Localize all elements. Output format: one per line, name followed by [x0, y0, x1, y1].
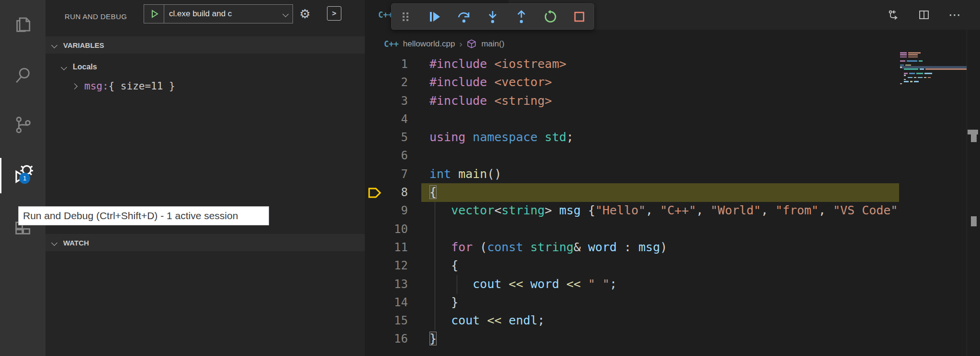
token	[523, 240, 530, 254]
token: cout	[473, 277, 501, 291]
minimap-token	[900, 67, 902, 68]
code-line[interactable]: 13 cout << word << " ";	[365, 275, 899, 293]
code-line[interactable]: 16}	[365, 330, 899, 348]
variables-section-header[interactable]: VARIABLES	[45, 36, 365, 54]
token	[429, 240, 451, 254]
step-into-button[interactable]	[485, 9, 500, 24]
token: (	[473, 240, 487, 254]
code-line[interactable]: 12 {	[365, 256, 899, 275]
code-line[interactable]: 7int main()	[365, 165, 899, 183]
split-editor-icon[interactable]	[914, 0, 934, 30]
code-line[interactable]: 15 cout << endl;	[365, 312, 899, 330]
token: word	[530, 277, 559, 291]
line-number[interactable]: 8	[365, 183, 408, 201]
minimap-token	[924, 77, 926, 78]
token	[429, 277, 473, 291]
token: <<	[566, 277, 581, 291]
breadcrumb: C++ helloworld.cpp › main()	[384, 33, 505, 55]
step-over-button[interactable]	[456, 9, 472, 24]
locals-scope-row[interactable]: Locals	[45, 58, 365, 76]
code-tokens: }	[429, 330, 437, 348]
gear-icon[interactable]: ⚙	[297, 6, 313, 22]
chevron-down-icon	[51, 240, 57, 246]
chevron-right-icon	[71, 83, 78, 89]
line-number[interactable]: 2	[365, 73, 408, 91]
watch-section-label: WATCH	[63, 239, 89, 247]
minimap-line	[904, 68, 968, 70]
line-number[interactable]: 13	[365, 275, 408, 293]
line-number[interactable]: 15	[365, 312, 408, 330]
minimap-line	[900, 60, 924, 62]
breadcrumb-file[interactable]: helloworld.cpp	[403, 39, 455, 49]
minimap-token	[928, 77, 931, 78]
minimap-token	[908, 54, 918, 56]
code-tokens: cout << endl;	[429, 312, 545, 330]
line-number[interactable]: 14	[365, 293, 408, 312]
minimap[interactable]	[900, 52, 967, 95]
token	[487, 57, 494, 71]
token: ,	[696, 203, 710, 217]
search-icon[interactable]	[0, 59, 45, 91]
swap-icon[interactable]	[884, 0, 903, 30]
restart-button[interactable]	[543, 9, 558, 24]
token: #include	[429, 57, 487, 71]
code-area[interactable]: 1#include <iostream>2#include <vector>3#…	[365, 55, 980, 356]
line-number[interactable]: 7	[365, 165, 408, 183]
line-number[interactable]: 5	[365, 128, 408, 146]
start-debug-button[interactable]	[144, 5, 164, 23]
code-line[interactable]: 11 for (const string& word : msg)	[365, 238, 899, 256]
minimap-token	[900, 56, 907, 58]
code-line[interactable]: 10	[365, 220, 899, 238]
token	[429, 203, 451, 217]
code-line[interactable]: 8{	[365, 183, 899, 201]
minimap-line	[904, 81, 920, 82]
code-tokens: #include <vector>	[429, 73, 552, 91]
step-out-button[interactable]	[514, 9, 529, 24]
code-line[interactable]: 3#include <string>	[365, 92, 899, 110]
line-number[interactable]: 16	[365, 330, 408, 348]
code-line[interactable]: 5using namespace std;	[365, 128, 899, 146]
minimap-token	[900, 83, 902, 85]
minimap-token	[904, 73, 908, 74]
line-number[interactable]: 10	[365, 220, 408, 238]
stop-button[interactable]	[572, 9, 587, 24]
token: const	[487, 240, 523, 254]
token: &	[574, 240, 588, 254]
line-number[interactable]: 3	[365, 92, 408, 110]
minimap-token	[907, 60, 917, 62]
scrollbar-marker	[971, 216, 977, 226]
token: vector	[451, 203, 494, 217]
line-number[interactable]: 4	[365, 110, 408, 128]
line-number[interactable]: 6	[365, 146, 408, 165]
token	[451, 167, 458, 181]
continue-button[interactable]	[427, 9, 442, 24]
line-number[interactable]: 9	[365, 201, 408, 220]
watch-section-header[interactable]: WATCH	[45, 234, 365, 251]
toolbar-gripper[interactable]	[398, 9, 414, 24]
token: ;	[566, 130, 574, 144]
scrollbar-marker	[971, 134, 977, 142]
debug-console-icon[interactable]: >	[327, 6, 341, 21]
more-actions-icon[interactable]: ⋯	[945, 0, 964, 30]
code-line[interactable]: 9 vector<string> msg {"Hello", "C++", "W…	[365, 201, 899, 220]
line-number[interactable]: 1	[365, 55, 408, 73]
debug-config-dropdown[interactable]: cl.exe build and c	[144, 4, 293, 23]
code-line[interactable]: 6	[365, 146, 899, 165]
code-line[interactable]: 2#include <vector>	[365, 73, 899, 91]
code-line[interactable]: 4	[365, 110, 899, 128]
minimap-line	[900, 52, 922, 54]
code-tokens: int main()	[429, 165, 502, 183]
variable-row[interactable]: msg: { size=11 }	[45, 78, 365, 95]
line-number[interactable]: 11	[365, 238, 408, 256]
source-control-icon[interactable]	[0, 109, 45, 141]
minimap-token	[914, 81, 919, 82]
line-number[interactable]: 12	[365, 256, 408, 275]
breadcrumb-symbol[interactable]: main()	[481, 39, 504, 49]
code-line[interactable]: 1#include <iostream>	[365, 55, 899, 73]
code-tokens: using namespace std;	[429, 128, 574, 146]
code-tokens: cout << word << " ";	[429, 275, 617, 293]
token: <	[494, 203, 501, 217]
code-line[interactable]: 14 }	[365, 293, 899, 312]
scrollbar[interactable]	[967, 30, 980, 356]
explorer-icon[interactable]	[0, 10, 45, 41]
